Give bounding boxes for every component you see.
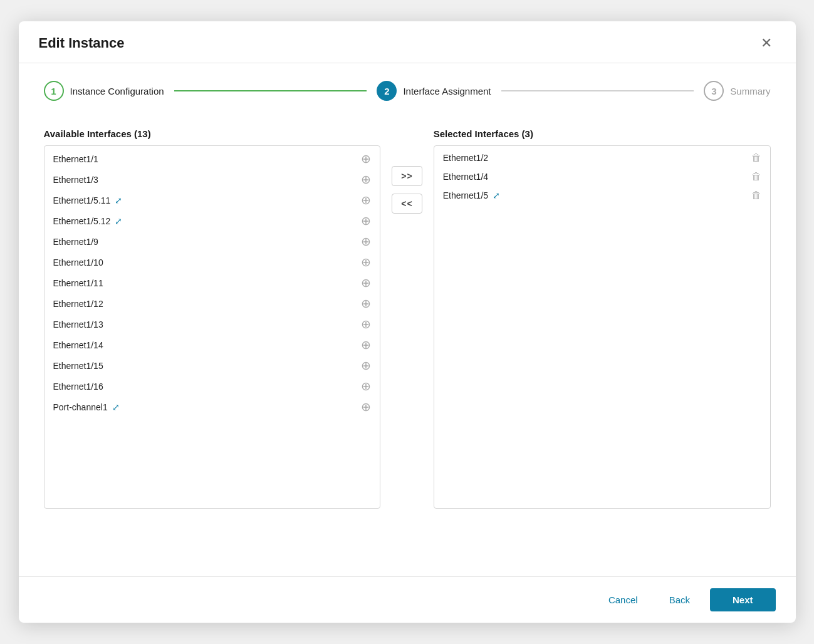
list-item[interactable]: Ethernet1/5.11 ⤢ ⊕ xyxy=(44,190,380,210)
add-icon[interactable]: ⊕ xyxy=(361,360,371,371)
list-item[interactable]: Ethernet1/15 ⊕ xyxy=(44,355,380,376)
list-item[interactable]: Ethernet1/5 ⤢ 🗑 xyxy=(434,186,770,205)
available-interfaces-box: Ethernet1/1 ⊕ Ethernet1/3 ⊕ Ethernet1/5.… xyxy=(44,145,381,509)
iface-name: Ethernet1/3 xyxy=(53,175,98,185)
iface-name: Ethernet1/10 xyxy=(53,257,103,267)
available-title: Available Interfaces (13) xyxy=(44,128,381,139)
step-2-circle: 2 xyxy=(377,81,397,101)
list-item[interactable]: Ethernet1/16 ⊕ xyxy=(44,376,380,397)
add-icon[interactable]: ⊕ xyxy=(361,174,371,185)
modal-footer: Cancel Back Next xyxy=(19,576,796,623)
add-icon[interactable]: ⊕ xyxy=(361,339,371,351)
iface-name: Ethernet1/15 xyxy=(53,361,103,371)
list-item[interactable]: Ethernet1/5.12 ⤢ ⊕ xyxy=(44,210,380,231)
list-item[interactable]: Ethernet1/1 ⊕ xyxy=(44,148,380,169)
iface-name: Ethernet1/13 xyxy=(53,319,103,330)
share-icon: ⤢ xyxy=(115,216,122,226)
iface-name: Ethernet1/14 xyxy=(53,340,103,350)
iface-name: Ethernet1/4 xyxy=(443,172,488,182)
share-icon: ⤢ xyxy=(493,190,500,200)
selected-title: Selected Interfaces (3) xyxy=(434,128,771,139)
iface-name: Ethernet1/11 xyxy=(53,278,103,288)
edit-instance-modal: Edit Instance ✕ 1 Instance Configuration… xyxy=(19,21,796,623)
iface-name: Ethernet1/16 xyxy=(53,382,103,392)
list-item[interactable]: Ethernet1/14 ⊕ xyxy=(44,335,380,355)
list-item[interactable]: Ethernet1/12 ⊕ xyxy=(44,293,380,314)
connector-2 xyxy=(501,90,694,91)
trash-icon[interactable]: 🗑 xyxy=(751,153,761,163)
add-icon[interactable]: ⊕ xyxy=(361,298,371,309)
iface-name: Ethernet1/9 xyxy=(53,237,98,247)
add-icon[interactable]: ⊕ xyxy=(361,380,371,392)
step-interface-assignment: 2 Interface Assignment xyxy=(377,81,491,101)
panels-row: Available Interfaces (13) Ethernet1/1 ⊕ … xyxy=(44,128,771,564)
step-3-label: Summary xyxy=(730,86,770,96)
list-item[interactable]: Ethernet1/13 ⊕ xyxy=(44,314,380,335)
list-item[interactable]: Ethernet1/11 ⊕ xyxy=(44,273,380,293)
connector-1 xyxy=(174,90,367,91)
next-button[interactable]: Next xyxy=(710,588,776,611)
close-button[interactable]: ✕ xyxy=(757,35,776,51)
add-icon[interactable]: ⊕ xyxy=(361,194,371,206)
transfer-column: >> << xyxy=(380,128,433,214)
selected-panel: Selected Interfaces (3) Ethernet1/2 🗑 Et… xyxy=(434,128,771,509)
add-icon[interactable]: ⊕ xyxy=(361,401,371,413)
add-icon[interactable]: ⊕ xyxy=(361,318,371,330)
step-summary: 3 Summary xyxy=(704,81,770,101)
modal-content: Available Interfaces (13) Ethernet1/1 ⊕ … xyxy=(19,116,796,576)
list-item[interactable]: Ethernet1/2 🗑 xyxy=(434,148,770,167)
iface-name: Ethernet1/5.11 xyxy=(53,195,111,205)
iface-name: Ethernet1/2 xyxy=(443,153,488,163)
share-icon: ⤢ xyxy=(115,195,122,205)
iface-name: Port-channel1 xyxy=(53,402,108,412)
step-2-label: Interface Assignment xyxy=(403,86,491,96)
list-item[interactable]: Ethernet1/3 ⊕ xyxy=(44,169,380,190)
add-icon[interactable]: ⊕ xyxy=(361,256,371,268)
stepper: 1 Instance Configuration 2 Interface Ass… xyxy=(19,63,796,116)
iface-name: Ethernet1/5 xyxy=(443,190,488,200)
add-icon[interactable]: ⊕ xyxy=(361,277,371,289)
modal-title: Edit Instance xyxy=(39,35,125,51)
step-1-label: Instance Configuration xyxy=(70,86,164,96)
add-icon[interactable]: ⊕ xyxy=(361,153,371,165)
iface-name: Ethernet1/12 xyxy=(53,299,103,309)
add-icon[interactable]: ⊕ xyxy=(361,236,371,247)
selected-interfaces-box: Ethernet1/2 🗑 Ethernet1/4 🗑 Ethernet1/5 xyxy=(434,145,771,509)
share-icon: ⤢ xyxy=(112,402,120,412)
trash-icon[interactable]: 🗑 xyxy=(751,172,761,182)
trash-icon[interactable]: 🗑 xyxy=(751,190,761,200)
step-instance-config: 1 Instance Configuration xyxy=(44,81,164,101)
step-1-circle: 1 xyxy=(44,81,64,101)
iface-name: Ethernet1/5.12 xyxy=(53,216,111,226)
cancel-button[interactable]: Cancel xyxy=(597,588,649,611)
remove-all-button[interactable]: << xyxy=(392,194,422,214)
step-3-circle: 3 xyxy=(704,81,724,101)
add-icon[interactable]: ⊕ xyxy=(361,215,371,227)
modal-header: Edit Instance ✕ xyxy=(19,21,796,63)
list-item[interactable]: Ethernet1/10 ⊕ xyxy=(44,252,380,273)
add-all-button[interactable]: >> xyxy=(392,166,422,186)
iface-name: Ethernet1/1 xyxy=(53,154,98,164)
list-item[interactable]: Ethernet1/4 🗑 xyxy=(434,167,770,186)
available-panel: Available Interfaces (13) Ethernet1/1 ⊕ … xyxy=(44,128,381,509)
list-item[interactable]: Port-channel1 ⤢ ⊕ xyxy=(44,397,380,417)
list-item[interactable]: Ethernet1/9 ⊕ xyxy=(44,231,380,252)
back-button[interactable]: Back xyxy=(658,588,701,611)
